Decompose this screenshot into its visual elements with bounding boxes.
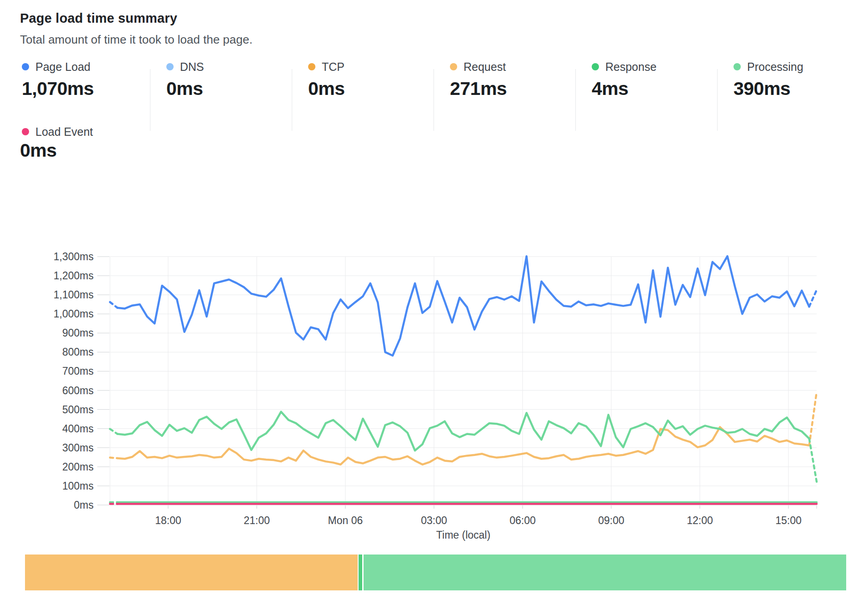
timeline-range-bar xyxy=(25,555,846,590)
request-dot-icon xyxy=(450,63,457,70)
series-request-line xyxy=(117,427,809,465)
legend-item-tcp[interactable]: TCP xyxy=(308,59,434,74)
y-axis-label: 600ms xyxy=(62,385,94,396)
load-event-value: 0ms xyxy=(20,140,57,161)
dns-value: 0ms xyxy=(166,78,292,99)
request-value: 271ms xyxy=(450,78,575,99)
response-label: Response xyxy=(605,60,657,74)
y-axis-label: 500ms xyxy=(62,404,94,416)
metric-divider xyxy=(717,69,718,131)
processing-dot-icon xyxy=(733,63,741,70)
x-axis-label: Mon 06 xyxy=(328,515,363,526)
legend-item-load-event[interactable]: Load Event xyxy=(22,124,93,139)
x-axis-label: 21:00 xyxy=(244,515,270,526)
metric-processing: Processing390ms xyxy=(717,59,868,99)
series-page-load-dashed-start xyxy=(110,302,117,308)
legend-item-processing[interactable]: Processing xyxy=(733,59,868,74)
processing-label: Processing xyxy=(747,60,803,74)
response-dot-icon xyxy=(592,63,599,70)
bar-segment-processing-share[interactable] xyxy=(364,555,846,590)
page-load-value: 1,070ms xyxy=(22,78,150,99)
y-axis-label: 400ms xyxy=(62,423,94,435)
bar-segment-request-share[interactable] xyxy=(25,555,358,590)
load-event-dot-icon xyxy=(22,128,29,135)
x-axis-label: 09:00 xyxy=(598,515,624,526)
page-subtitle: Total amount of time it took to load the… xyxy=(20,33,253,47)
tcp-dot-icon xyxy=(308,63,315,70)
x-axis-label: 18:00 xyxy=(155,515,181,526)
x-axis-title: Time (local) xyxy=(436,529,490,541)
y-axis-label: 100ms xyxy=(62,480,94,492)
tcp-label: TCP xyxy=(322,60,344,74)
y-axis-label: 1,000ms xyxy=(54,308,94,320)
y-axis-label: 800ms xyxy=(62,346,94,358)
legend-item-request[interactable]: Request xyxy=(450,59,575,74)
load-event-label: Load Event xyxy=(35,125,93,139)
response-value: 4ms xyxy=(592,78,717,99)
y-axis-label: 1,100ms xyxy=(54,289,94,301)
metric-page-load: Page Load1,070ms xyxy=(20,59,150,99)
metrics-summary-row: Page Load1,070msDNS0msTCP0msRequest271ms… xyxy=(20,59,868,99)
y-axis-label: 1,200ms xyxy=(54,270,94,282)
bar-segment-middle-sliver[interactable] xyxy=(359,555,362,590)
metric-dns: DNS0ms xyxy=(150,59,292,99)
series-page-load-dashed-end xyxy=(809,290,817,307)
x-axis-label: 03:00 xyxy=(421,515,447,526)
metric-response: Response4ms xyxy=(575,59,717,99)
series-processing-dashed-start xyxy=(110,429,117,434)
legend-item-response[interactable]: Response xyxy=(592,59,717,74)
y-axis-label: 900ms xyxy=(62,327,94,339)
y-axis-label: 300ms xyxy=(62,442,94,454)
page-load-time-chart: 0ms100ms200ms300ms400ms500ms600ms700ms80… xyxy=(0,195,868,554)
processing-value: 390ms xyxy=(733,78,868,99)
metric-tcp: TCP0ms xyxy=(292,59,434,99)
legend-item-page-load[interactable]: Page Load xyxy=(22,59,150,74)
tcp-value: 0ms xyxy=(308,78,434,99)
series-processing-dashed-end xyxy=(809,439,817,482)
series-page-load-line xyxy=(117,256,809,356)
page-load-dot-icon xyxy=(22,63,29,70)
page-title: Page load time summary xyxy=(20,11,177,26)
metric-divider xyxy=(575,69,576,131)
x-axis-label: 15:00 xyxy=(775,515,802,526)
dns-label: DNS xyxy=(180,60,204,74)
y-axis-label: 1,300ms xyxy=(54,251,94,262)
metric-request: Request271ms xyxy=(434,59,575,99)
page-load-label: Page Load xyxy=(35,60,90,74)
legend-item-dns[interactable]: DNS xyxy=(166,59,292,74)
y-axis-label: 700ms xyxy=(62,365,94,377)
dns-dot-icon xyxy=(166,63,174,70)
request-label: Request xyxy=(464,60,506,74)
y-axis-label: 0ms xyxy=(74,499,94,511)
metric-divider xyxy=(434,69,434,131)
metric-divider xyxy=(292,69,292,131)
series-request-dashed-start xyxy=(110,458,117,458)
x-axis-label: 06:00 xyxy=(509,515,536,526)
x-axis-label: 12:00 xyxy=(687,515,713,526)
y-axis-label: 200ms xyxy=(62,461,94,473)
metric-divider xyxy=(150,69,150,131)
series-request-dashed-end xyxy=(809,392,817,446)
